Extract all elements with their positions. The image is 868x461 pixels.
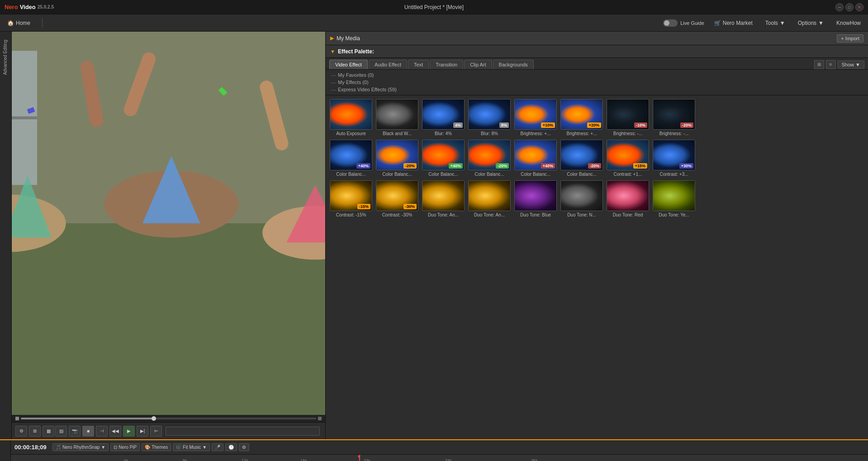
effect-tabs-right: ⊞ ≡ Show ▼	[814, 60, 864, 69]
effect-tabs: Video Effect Audio Effect Text Transitio…	[326, 58, 868, 70]
effect-colorbal-plus40-2[interactable]: +40% Color Balanc...	[422, 140, 465, 177]
effect-thumb-contrast-minus15: -15%	[330, 180, 372, 211]
step-forward-button[interactable]: ▶|	[137, 426, 148, 437]
grid-view-button[interactable]: ⊞	[814, 60, 824, 69]
effect-thumb-duotone-an2	[468, 180, 511, 211]
colorbal-plus40-1-badge: +40%	[356, 163, 370, 169]
home-button[interactable]: 🏠 Home	[5, 19, 33, 28]
play-button[interactable]: ▶	[123, 426, 135, 437]
effect-duotone-yellow[interactable]: Duo Tone: Ye...	[652, 180, 696, 217]
effect-duotone-an1[interactable]: Duo Tone: An...	[422, 180, 465, 217]
effect-colorbal-minus20-3[interactable]: -20% Color Balanc...	[560, 140, 603, 177]
knowhow-button[interactable]: KnowHow	[834, 19, 863, 28]
effect-brightness-minus10[interactable]: -10% Brightness: -...	[606, 99, 650, 136]
fit-music-icon: 🎼	[176, 445, 181, 450]
tab-clip-art[interactable]: Clip Art	[464, 60, 492, 69]
effect-label-brightness-minus10: Brightness: -...	[607, 131, 649, 136]
show-button[interactable]: Show ▼	[838, 61, 864, 69]
effect-duotone-blue[interactable]: Duo Tone: Blue	[514, 180, 557, 217]
effect-label-colorbal-plus40-1: Color Balanc...	[330, 172, 372, 177]
blur-8-badge: 8%	[499, 122, 509, 128]
tab-audio-effect[interactable]: Audio Effect	[369, 60, 407, 69]
effect-palette-header: ▼ Effect Palette:	[326, 45, 868, 58]
view-mode-button[interactable]: ▦	[43, 426, 54, 437]
nero-market-button[interactable]: 🛒 Nero Market	[711, 19, 755, 28]
stop-button[interactable]: ■	[82, 426, 94, 437]
playhead[interactable]: ▼	[359, 455, 360, 461]
contrast-minus30-badge: -30%	[403, 204, 417, 209]
effect-contrast-minus30[interactable]: -30% Contrast: -30%	[375, 180, 419, 217]
playback-controls: ⚙ ⊞ ▦ ▤ 📷 ■ ⊣ ◀◀ ▶ ▶| ⊢	[12, 422, 325, 439]
fit-music-button[interactable]: 🎼 Fit Music ▼	[173, 443, 210, 451]
effect-thumb-duotone-yellow	[653, 180, 695, 211]
effect-colorbal-plus40-1[interactable]: +40% Color Balanc...	[329, 140, 373, 177]
effect-duotone-n[interactable]: Duo Tone: N...	[560, 180, 603, 217]
effect-duotone-red[interactable]: Duo Tone: Red	[606, 180, 650, 217]
svg-rect-1	[12, 223, 325, 415]
fit-music-chevron: ▼	[202, 445, 207, 450]
snapshot-button[interactable]: 📷	[69, 426, 81, 437]
time-scrubber[interactable]	[166, 427, 320, 436]
timeline-time-display: 00:00:18;09	[14, 444, 51, 451]
clock-button[interactable]: 🕐	[225, 443, 237, 451]
effect-label-colorbal-minus20-1: Color Balanc...	[376, 172, 418, 177]
options-button[interactable]: Options ▼	[795, 19, 826, 28]
restore-button[interactable]: □	[845, 3, 854, 11]
app-version: 25.0.2.5	[38, 5, 54, 9]
import-button[interactable]: + Import	[837, 34, 863, 42]
effect-brightness-minus20[interactable]: -20% Brightness: -...	[652, 99, 696, 136]
tools-button[interactable]: Tools ▼	[763, 19, 788, 28]
effect-brightness-plus20[interactable]: +20% Brightness: +...	[560, 99, 603, 136]
timeline-ruler[interactable]: 4s 8s 12s 16s 23s 33s 45s	[70, 455, 868, 461]
timeline-settings-button[interactable]: ⚙	[239, 443, 249, 451]
effect-duotone-an2[interactable]: Duo Tone: An...	[468, 180, 511, 217]
rewind-button[interactable]: ◀◀	[109, 426, 121, 437]
mark-out-button[interactable]: ⊢	[150, 426, 162, 437]
effect-thumb-colorbal-plus40-1: +40%	[330, 140, 372, 170]
sidebar-item-advanced-editing[interactable]: Advanced Editing	[1, 36, 10, 79]
mark-in-button[interactable]: ⊣	[96, 426, 108, 437]
progress-track[interactable]	[21, 418, 316, 419]
effect-contrast-plus30[interactable]: +30% Contrast: +3...	[652, 140, 696, 177]
view-mode-2-button[interactable]: ▤	[55, 426, 67, 437]
tab-video-effect[interactable]: Video Effect	[329, 60, 368, 69]
microphone-button[interactable]: 🎤	[212, 443, 223, 451]
settings-button[interactable]: ⚙	[15, 426, 27, 437]
timeline-tracks: 4s 8s 12s 16s 23s 33s 45s ▼ ▶ ▶	[70, 455, 868, 461]
svg-rect-16	[258, 79, 290, 152]
timeline-inner: 00:00:18;09 🎵 Nero RhythmSnap ▼ ⊡ Nero P…	[11, 440, 868, 461]
section-my-effects: My Effects (0)	[331, 79, 863, 86]
effect-label-duotone-red: Duo Tone: Red	[607, 212, 649, 217]
effect-thumb-blur-4: 4%	[422, 99, 465, 130]
themes-button[interactable]: 🎨 Themes	[142, 443, 171, 451]
nero-pip-button[interactable]: ⊡ Nero PiP	[110, 443, 140, 451]
svg-rect-0	[12, 32, 325, 415]
minimize-button[interactable]: ─	[835, 3, 844, 11]
ruler-tick-12s: 12s	[242, 458, 248, 461]
live-guide-switch[interactable]	[663, 19, 678, 27]
chevron-down-icon-2: ▼	[818, 20, 824, 26]
aspect-ratio-button[interactable]: ⊞	[29, 426, 41, 437]
tab-transition[interactable]: Transition	[430, 60, 463, 69]
progress-thumb[interactable]	[152, 416, 156, 421]
close-button[interactable]: ✕	[855, 3, 863, 11]
effect-auto-exposure[interactable]: Auto Exposure	[329, 99, 373, 136]
effect-label-blur-8: Blur: 8%	[468, 131, 511, 136]
effect-brightness-plus10[interactable]: +10% Brightness: +...	[514, 99, 557, 136]
svg-marker-10	[286, 185, 325, 242]
effect-black-white[interactable]: Black and W...	[375, 99, 419, 136]
effect-contrast-minus15[interactable]: -15% Contrast: -15%	[329, 180, 373, 217]
effect-colorbal-plus40-3[interactable]: +40% Color Balanc...	[514, 140, 557, 177]
timeline-content: Text Video/Picture Audio Music Narration…	[11, 455, 868, 461]
list-view-button[interactable]: ≡	[826, 60, 836, 69]
nero-rhythmsnap-button[interactable]: 🎵 Nero RhythmSnap ▼	[52, 443, 109, 451]
effect-contrast-plus15[interactable]: +15% Contrast: +1...	[606, 140, 650, 177]
effect-label-colorbal-minus20-3: Color Balanc...	[560, 172, 603, 177]
tab-text[interactable]: Text	[408, 60, 429, 69]
effect-blur-4[interactable]: 4% Blur: 4%	[422, 99, 465, 136]
ruler-tick-16s: 16s	[300, 458, 307, 461]
effect-blur-8[interactable]: 8% Blur: 8%	[468, 99, 511, 136]
tab-backgrounds[interactable]: Backgrounds	[493, 60, 534, 69]
effect-colorbal-minus20-1[interactable]: -20% Color Balanc...	[375, 140, 419, 177]
effect-colorbal-minus20-2[interactable]: -20% Color Balanc...	[468, 140, 511, 177]
